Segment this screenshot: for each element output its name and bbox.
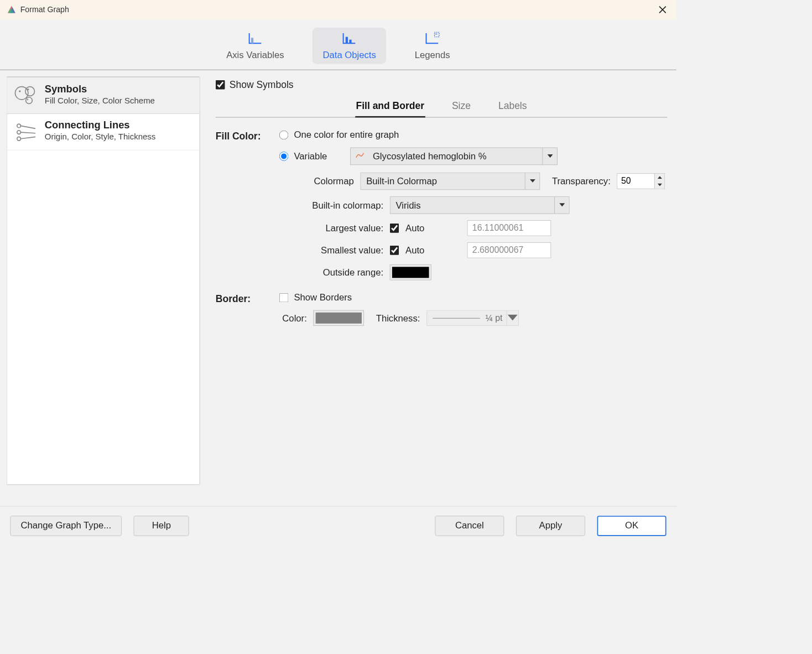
outside-range-colorpicker[interactable] xyxy=(390,264,431,280)
tab-label: Axis Variables xyxy=(226,50,284,60)
builtin-colormap-text: Viridis xyxy=(391,200,555,210)
svg-point-13 xyxy=(17,137,21,141)
largest-value-row: Largest value: Auto xyxy=(296,220,667,236)
largest-value-input xyxy=(467,220,551,236)
svg-point-6 xyxy=(25,87,35,96)
svg-rect-3 xyxy=(435,32,439,37)
fill-color-section: One color for entire graph Variable Glyc… xyxy=(279,129,667,280)
colormap-label: Colormap xyxy=(296,176,354,186)
change-graph-type-button[interactable]: Change Graph Type... xyxy=(10,516,122,536)
show-symbols-row: Show Symbols xyxy=(216,79,667,90)
svg-rect-0 xyxy=(251,38,253,43)
data-objects-icon xyxy=(341,32,357,47)
smallest-value-row: Smallest value: Auto xyxy=(296,242,667,258)
chevron-down-icon xyxy=(542,148,557,164)
subtab-labels[interactable]: Labels xyxy=(497,98,528,115)
border-thickness-combo[interactable]: ¼ pt xyxy=(426,310,519,326)
cancel-button[interactable]: Cancel xyxy=(435,516,504,536)
svg-point-8 xyxy=(19,90,20,92)
content-area: Symbols Fill Color, Size, Color Scheme C… xyxy=(0,70,676,485)
fill-color-section-label: Fill Color: xyxy=(216,129,275,142)
border-color-picker[interactable] xyxy=(313,310,364,326)
thickness-line-icon xyxy=(433,318,480,318)
tab-legends[interactable]: Legends xyxy=(404,28,460,64)
tab-label: Data Objects xyxy=(322,50,376,60)
variable-label: Variable xyxy=(294,151,345,162)
axis-variables-icon xyxy=(247,32,263,47)
one-color-radio-row: One color for entire graph xyxy=(279,129,667,140)
legends-icon xyxy=(425,32,440,47)
transparency-spinbox[interactable] xyxy=(617,173,665,189)
chevron-down-icon xyxy=(506,310,518,325)
apply-button[interactable]: Apply xyxy=(516,516,585,536)
spin-down-button[interactable] xyxy=(655,181,664,188)
colormap-type-combo[interactable]: Built-in Colormap xyxy=(360,173,540,190)
outside-range-row: Outside range: xyxy=(296,264,667,280)
border-section-label: Border: xyxy=(216,292,275,304)
auto-label: Auto xyxy=(405,223,461,233)
colormap-type-text: Built-in Colormap xyxy=(361,176,525,186)
window-titlebar: Format Graph xyxy=(0,0,676,19)
border-thickness-text: ¼ pt xyxy=(486,313,503,323)
sidebar-text: Connecting Lines Origin, Color, Style, T… xyxy=(45,120,156,142)
svg-rect-2 xyxy=(350,40,352,44)
one-color-radio[interactable] xyxy=(279,130,289,139)
svg-point-9 xyxy=(27,89,29,90)
smallest-auto-checkbox[interactable] xyxy=(390,246,399,255)
main-panel: Show Symbols Fill and Border Size Labels… xyxy=(206,76,670,485)
sidebar-text: Symbols Fill Color, Size, Color Scheme xyxy=(45,83,155,106)
sidebar-item-connecting-lines[interactable]: Connecting Lines Origin, Color, Style, T… xyxy=(7,114,199,150)
border-thickness-label: Thickness: xyxy=(376,313,420,323)
tab-axis-variables[interactable]: Axis Variables xyxy=(216,28,294,64)
builtin-colormap-row: Built-in colormap: Viridis xyxy=(296,196,667,214)
variable-wave-icon xyxy=(355,152,365,161)
transparency-input[interactable] xyxy=(617,176,654,186)
form-grid: Fill Color: One color for entire graph V… xyxy=(216,129,667,326)
tab-label: Legends xyxy=(415,50,450,60)
show-borders-row: Show Borders xyxy=(279,292,667,303)
builtin-colormap-label: Built-in colormap: xyxy=(296,200,383,210)
spin-up-button[interactable] xyxy=(655,174,664,181)
svg-rect-1 xyxy=(346,37,348,44)
sidebar-item-symbols[interactable]: Symbols Fill Color, Size, Color Scheme xyxy=(7,77,199,114)
chevron-down-icon xyxy=(525,173,540,189)
colormap-row: Colormap Built-in Colormap Transparency: xyxy=(296,173,667,190)
sidebar-title: Symbols xyxy=(45,83,155,95)
show-symbols-label: Show Symbols xyxy=(230,79,294,90)
show-borders-checkbox[interactable] xyxy=(279,293,289,302)
svg-point-12 xyxy=(17,131,21,134)
help-button[interactable]: Help xyxy=(134,516,189,536)
one-color-label: One color for entire graph xyxy=(294,129,399,140)
sidebar-object-list: Symbols Fill Color, Size, Color Scheme C… xyxy=(7,76,200,485)
subtab-size[interactable]: Size xyxy=(451,98,471,115)
largest-auto-checkbox[interactable] xyxy=(390,224,399,233)
smallest-value-label: Smallest value: xyxy=(296,245,383,256)
dialog-footer: Change Graph Type... Help Cancel Apply O… xyxy=(0,506,676,545)
chevron-down-icon xyxy=(554,197,569,214)
window-title: Format Graph xyxy=(20,5,69,14)
window-close-button[interactable] xyxy=(653,3,672,17)
builtin-colormap-combo[interactable]: Viridis xyxy=(390,196,570,214)
border-section: Show Borders Color: Thickness: ¼ pt xyxy=(279,292,667,326)
sidebar-subtitle: Origin, Color, Style, Thickness xyxy=(45,132,156,142)
connecting-lines-icon xyxy=(13,120,38,144)
colormap-settings: Colormap Built-in Colormap Transparency: xyxy=(296,173,667,281)
transparency-label: Transparency: xyxy=(552,176,611,186)
show-symbols-checkbox[interactable] xyxy=(216,80,225,90)
ok-button[interactable]: OK xyxy=(597,516,667,536)
variable-radio[interactable] xyxy=(279,152,289,161)
sidebar-title: Connecting Lines xyxy=(45,120,156,132)
svg-point-7 xyxy=(26,97,33,104)
variable-combo-text: Glycosylated hemoglobin % xyxy=(367,151,543,162)
outside-range-label: Outside range: xyxy=(296,267,383,278)
subtab-bar: Fill and Border Size Labels xyxy=(216,98,667,117)
border-color-swatch xyxy=(316,313,362,324)
subtab-fill-border[interactable]: Fill and Border xyxy=(355,98,425,117)
border-properties-row: Color: Thickness: ¼ pt xyxy=(279,310,667,326)
smallest-value-input xyxy=(467,242,551,258)
border-color-label: Color: xyxy=(279,313,307,323)
tab-data-objects[interactable]: Data Objects xyxy=(313,28,386,64)
symbols-icon xyxy=(13,83,38,108)
outside-range-swatch xyxy=(392,267,429,278)
variable-combo[interactable]: Glycosylated hemoglobin % xyxy=(350,148,558,165)
